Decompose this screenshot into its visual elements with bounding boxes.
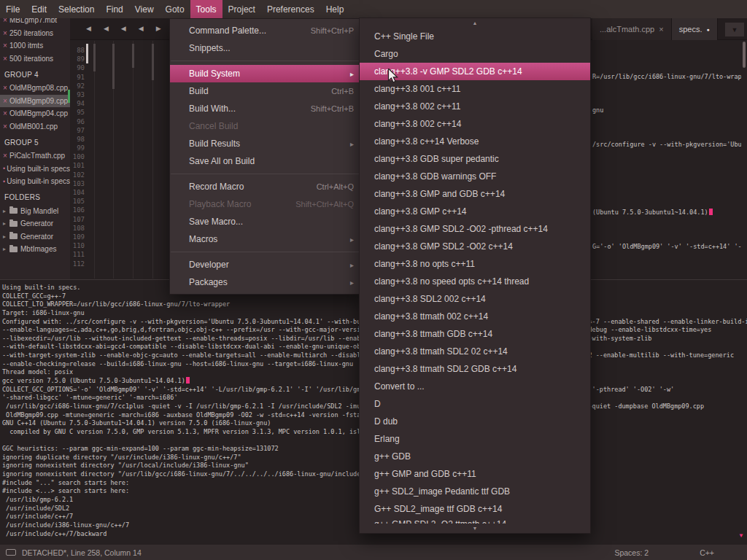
menubar-item[interactable]: Find [100,0,128,18]
menubar-item[interactable]: View [129,0,160,18]
sidebar-item[interactable]: ▸ × • MbtImages [0,243,70,256]
pane-scrollbar-thumb[interactable] [86,44,88,63]
menu-item[interactable]: Build Ctrl+B ▸ [170,82,363,100]
menu-item[interactable]: Save Macro... ▸ [170,213,363,230]
menu-item[interactable]: Macros ▸ [170,230,363,248]
menu-item[interactable]: Record Macro Ctrl+Alt+Q ▸ [170,178,363,195]
menubar-item[interactable]: Project [222,0,261,18]
build-system-option-label: clang++3.8 ttmath SDL2 GDB c++14 [374,364,516,374]
build-system-option[interactable]: g++ SDL2_image Pedantic ttf GDB [360,483,590,500]
build-system-option[interactable]: clang++3.8 GDB super pedantic [360,150,590,168]
menu-item[interactable]: Build System ▸ [170,65,363,82]
submenu-scroll-up[interactable]: ▲ [360,18,590,28]
build-system-option[interactable]: Convert to ... [360,378,590,395]
build-system-option[interactable]: clang++3.8 002 c++11 [360,98,590,115]
sidebar-item[interactable]: ▸ × • OldMBgmp04.cpp [0,107,70,120]
build-system-option[interactable]: clang++3.8 002 c++14 [360,115,590,133]
build-system-option[interactable]: g++ GDB [360,448,590,465]
sidebar-item[interactable]: ▸ × • 1000 itmts [0,39,70,52]
syntax-selector[interactable]: C++ [700,548,714,557]
sidebar-item[interactable]: ▸ × • 500 iterations [0,52,70,66]
pane-scrollbar-thumb[interactable] [132,44,134,68]
folder-expand-icon[interactable]: ▸ [3,246,9,252]
console-scroll-down-icon[interactable]: ▼ [738,532,744,539]
build-system-option[interactable]: Cargo [360,45,590,63]
sidebar-item[interactable]: ▸ × • Using built-in specs [0,175,70,188]
menu-item[interactable]: Build With... Shift+Ctrl+B ▸ [170,100,363,117]
menubar-item[interactable]: Help [320,0,350,18]
menu-item[interactable]: Developer ▸ [170,256,363,273]
menubar-item[interactable]: Preferences [261,0,320,18]
build-system-option[interactable]: C++ Single File [360,28,590,45]
sidebar-item[interactable]: ▸ × • Generator [0,217,70,230]
sidebar-item[interactable]: ▸ × • 250 iterations [0,27,70,40]
tab-scroll-icon[interactable]: ▶ [156,25,161,32]
menu-item[interactable]: Snippets... ▸ [170,39,363,57]
build-system-option[interactable]: g++ GMP and GDB c++11 [360,465,590,483]
tab-scroll-icon[interactable]: ◀ [121,25,126,32]
build-system-option[interactable]: clang++3.8 c++14 Verbose [360,133,590,150]
tab-scroll-icon[interactable]: ◀ [139,25,144,32]
sidebar-item[interactable]: ▸ × • PiCalcTmath.cpp [0,149,70,163]
build-system-option[interactable]: clang++3.8 SDL2 002 c++14 [360,290,590,308]
sidebar-item[interactable]: ▸ × • OldMB001.cpp [0,120,70,133]
build-system-option[interactable]: clang++3.8 ttmath GDB c++14 [360,325,590,343]
sidebar-item[interactable]: ▸ × • Big Mandlel [0,205,70,218]
menubar-item[interactable]: Tools [190,0,222,18]
build-system-option[interactable]: clang++3.8 no speed opts c++14 thread [360,273,590,290]
build-system-option[interactable]: clang++3.8 ttmath SDL2 GDB c++14 [360,360,590,378]
sidebar-item[interactable]: ▸ × • GROUP 5 [0,135,70,149]
folder-expand-icon[interactable]: ▸ [3,220,9,227]
open-file-marker-icon: × [3,18,9,24]
right-editor-pane[interactable]: R=/usr/lib/gcc/i686-linux-gnu/7/lto-wrap… [592,39,741,259]
tab-scroll-icon[interactable]: ◀ [86,25,91,32]
sidebar-item[interactable]: ▸ × • MBLgmp7.mbt [0,18,70,27]
indent-settings[interactable]: Spaces: 2 [614,548,649,557]
pane-scrollbar-thumb[interactable] [112,44,115,89]
build-system-option[interactable]: clang++3.8 GDB warnings OFF [360,168,590,185]
build-system-option[interactable]: D dub [360,413,590,430]
build-system-option[interactable]: clang++3.8 ttmath 002 c++14 [360,308,590,325]
build-system-option[interactable]: clang++3.8 GMP and GDB c++14 [360,185,590,203]
editor-tab[interactable]: ...alcTmath.cpp × ● [592,18,672,40]
menubar-item[interactable]: Goto [160,0,190,18]
folder-expand-icon[interactable]: ▸ [3,233,9,240]
menu-item[interactable]: ▸ [171,174,362,174]
submenu-scroll-down[interactable]: ▼ [360,524,590,533]
build-system-option-label: clang++3.8 GMP SDL2 -O02 c++14 [374,241,513,252]
sidebar-item[interactable]: ▸ × • Generator [0,230,70,244]
build-system-option[interactable]: clang++3.8 no opts c++11 [360,255,590,273]
menu-item[interactable]: Command Palette... Shift+Ctrl+P ▸ [170,22,363,39]
build-system-option[interactable]: clang++3.8 GMP c++14 [360,203,590,220]
menubar-item[interactable]: File [0,0,26,18]
sidebar-item[interactable]: ▸ × • OldMBgmp08.cpp [0,82,70,95]
editor-tab[interactable]: specs. × ● [672,18,718,40]
build-system-option[interactable]: Erlang [360,430,590,448]
menu-item[interactable]: ▸ [171,252,362,252]
sidebar-item[interactable]: ▸ × • OldMBgmp09.cpp [0,95,70,108]
tab-scroll-icon[interactable]: ◀ [104,25,109,32]
pane-scrollbar-thumb[interactable] [93,44,96,71]
menu-item[interactable]: ▸ [171,61,362,61]
build-system-option[interactable]: clang++3.8 GMP SDL2 -O02 -pthread c++14 [360,220,590,238]
menubar-item[interactable]: Selection [53,0,100,18]
menu-item[interactable]: Build Results ▸ [170,135,363,152]
build-system-option[interactable]: clang++3.8 ttmath SDL2 02 c++14 [360,343,590,360]
build-system-option[interactable]: D [360,395,590,413]
sidebar-item[interactable]: ▸ × • Using built-in specs [0,163,70,176]
menu-item[interactable]: Cancel Build ▸ [170,117,363,135]
tab-overflow-button[interactable]: ▼ [725,23,744,36]
right-pane-scrollbar-thumb[interactable] [743,42,746,68]
folder-expand-icon[interactable]: ▸ [3,208,9,214]
sidebar-item[interactable]: ▸ × • GROUP 4 [0,67,70,82]
menubar-item[interactable]: Edit [26,0,53,18]
pane-scrollbar-thumb[interactable] [152,44,154,80]
menu-item[interactable]: Packages ▸ [170,273,363,291]
build-system-option[interactable]: G++ SDL2_image ttf GDB c++14 [360,500,590,518]
menu-item[interactable]: Save All on Build ▸ [170,152,363,170]
tab-close-icon[interactable]: × [659,25,663,34]
build-system-option[interactable]: g++ GMP SDL2 -O2 ttmath c++14 [360,518,590,524]
sidebar-item[interactable]: ▸ × • FOLDERS [0,190,70,205]
menu-item[interactable]: Playback Macro Shift+Ctrl+Alt+Q ▸ [170,195,363,213]
build-system-option[interactable]: clang++3.8 GMP SDL2 -O02 c++14 [360,238,590,255]
